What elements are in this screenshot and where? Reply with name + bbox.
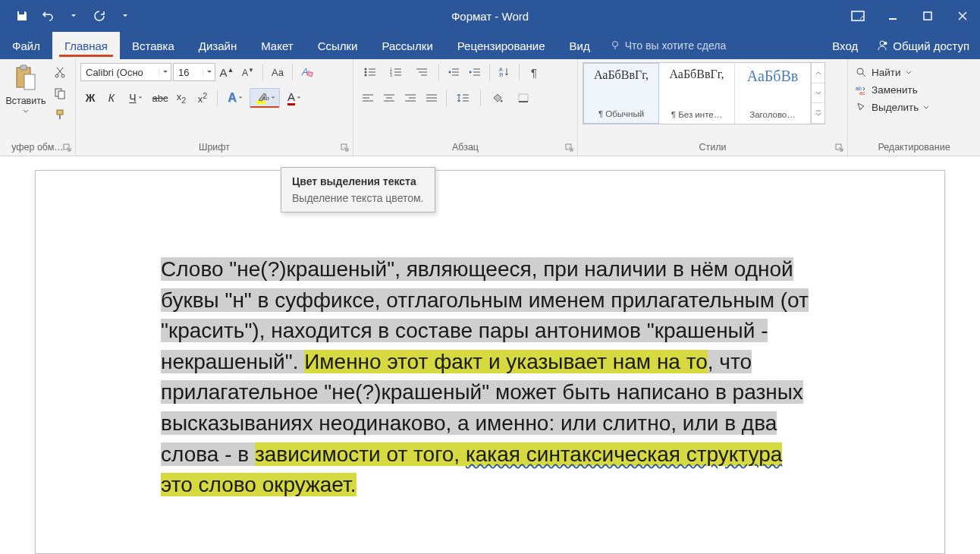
copy-button[interactable]	[50, 83, 70, 103]
font-launcher[interactable]	[341, 143, 350, 153]
replace-button[interactable]: abac Заменить	[853, 83, 921, 97]
style-preview: АаБбВвГг,	[669, 68, 724, 81]
tab-design[interactable]: Дизайн	[187, 32, 249, 59]
quick-access-toolbar	[0, 5, 137, 27]
find-button[interactable]: Найти	[853, 65, 915, 80]
paste-icon	[14, 64, 38, 93]
tab-review[interactable]: Рецензирование	[445, 32, 558, 59]
tab-layout[interactable]: Макет	[249, 32, 305, 59]
group-clipboard-label: уфер обм…	[5, 140, 71, 154]
svg-text:A: A	[499, 67, 503, 72]
maximize-icon[interactable]	[910, 0, 945, 32]
select-button[interactable]: Выделить	[853, 100, 932, 115]
group-styles-label: Стили	[583, 140, 843, 154]
svg-text:ac: ac	[859, 90, 865, 96]
style-heading1[interactable]: АаБбВв Заголово…	[735, 63, 811, 124]
style-nospacing[interactable]: АаБбВвГг, ¶ Без инте…	[659, 63, 735, 124]
cut-icon	[54, 66, 66, 78]
font-family-value: Calibri (Осно	[81, 67, 159, 78]
undo-more-icon[interactable]	[62, 5, 85, 27]
gallery-up-icon[interactable]	[812, 63, 825, 83]
share-label: Общий доступ	[893, 39, 969, 52]
minimize-icon[interactable]	[875, 0, 910, 32]
tab-home[interactable]: Главная	[52, 32, 120, 59]
style-preview: АаБбВв	[747, 68, 799, 85]
find-label: Найти	[872, 67, 901, 78]
close-icon[interactable]	[945, 0, 980, 32]
group-paragraph: 123 AЯ ¶ Абзац	[353, 59, 578, 156]
paragraph-launcher[interactable]	[565, 143, 574, 153]
increase-indent-button[interactable]	[465, 62, 485, 82]
bullets-button[interactable]	[358, 62, 382, 82]
cut-button[interactable]	[50, 62, 70, 82]
sort-button[interactable]: AЯ	[495, 62, 514, 82]
font-size-combo[interactable]: 16	[173, 63, 215, 81]
svg-text:3: 3	[390, 73, 392, 77]
format-painter-button[interactable]	[50, 105, 70, 124]
gallery-more-icon[interactable]	[812, 103, 825, 124]
group-styles: АаБбВвГг, ¶ Обычный АаБбВвГг, ¶ Без инте…	[578, 59, 848, 156]
bold-button[interactable]: Ж	[80, 88, 100, 108]
tab-file[interactable]: Файл	[0, 32, 52, 59]
group-font-label: Шрифт	[80, 140, 348, 154]
chevron-down-icon	[23, 109, 29, 113]
replace-icon: abac	[856, 84, 867, 96]
line-spacing-button[interactable]	[451, 88, 476, 108]
redo-icon[interactable]	[88, 5, 111, 27]
qat-customize-icon[interactable]	[114, 5, 137, 27]
svg-point-5	[612, 42, 617, 47]
tab-mailings[interactable]: Рассылки	[369, 32, 444, 59]
styles-launcher[interactable]	[835, 143, 844, 153]
show-marks-button[interactable]: ¶	[524, 62, 544, 82]
gallery-down-icon[interactable]	[812, 83, 825, 104]
multilevel-list-button[interactable]	[410, 62, 434, 82]
style-normal[interactable]: АаБбВвГг, ¶ Обычный	[583, 63, 659, 124]
window-controls	[840, 0, 980, 32]
clear-formatting-button[interactable]: A	[297, 62, 317, 82]
borders-button[interactable]	[511, 88, 536, 108]
shading-button[interactable]	[485, 88, 510, 108]
font-family-combo[interactable]: Calibri (Осно	[80, 63, 171, 81]
superscript-button[interactable]: x2	[193, 88, 212, 108]
shrink-font-button[interactable]: A▼	[238, 62, 258, 82]
justify-button[interactable]	[422, 88, 441, 108]
sign-in-link[interactable]: Вход	[825, 39, 865, 52]
align-center-button[interactable]	[379, 88, 399, 108]
cursor-icon	[856, 102, 867, 113]
style-name: ¶ Без инте…	[671, 110, 722, 119]
paste-button[interactable]: Вставить	[5, 62, 47, 115]
svg-rect-11	[24, 74, 35, 90]
select-label: Выделить	[872, 102, 919, 113]
ribbon-display-icon[interactable]	[840, 0, 875, 32]
text-effects-button[interactable]: A	[222, 88, 248, 108]
text-highlight-button[interactable]: ab	[250, 88, 280, 108]
save-icon[interactable]	[11, 5, 33, 27]
align-right-button[interactable]	[400, 88, 420, 108]
group-paragraph-label: Абзац	[358, 140, 573, 154]
strikethrough-button[interactable]: abc	[150, 88, 170, 108]
document-paragraph[interactable]: Слово "не(?)крашеный", являющееся, при н…	[161, 254, 819, 501]
tab-insert[interactable]: Вставка	[120, 32, 187, 59]
underline-button[interactable]: Ч	[123, 88, 149, 108]
decrease-indent-button[interactable]	[444, 62, 463, 82]
tab-references[interactable]: Ссылки	[306, 32, 370, 59]
numbering-button[interactable]: 123	[384, 62, 408, 82]
subscript-button[interactable]: x2	[171, 88, 191, 108]
undo-icon[interactable]	[36, 5, 59, 27]
tell-me-search[interactable]: Что вы хотите сдела	[602, 32, 734, 59]
grow-font-button[interactable]: A▲	[217, 62, 237, 82]
document-area: Слово "не(?)крашеный", являющееся, при н…	[0, 156, 980, 554]
svg-text:A: A	[301, 66, 309, 77]
svg-rect-10	[20, 65, 27, 70]
share-button[interactable]: Общий доступ	[865, 39, 980, 52]
window-title: Формат - Word	[451, 10, 529, 23]
group-editing-label: Редактирование	[853, 140, 975, 154]
svg-rect-63	[519, 94, 528, 102]
lightbulb-icon	[610, 40, 620, 51]
align-left-button[interactable]	[358, 88, 378, 108]
change-case-button[interactable]: Аа	[268, 62, 287, 82]
tab-view[interactable]: Вид	[558, 32, 602, 59]
font-color-button[interactable]: A	[281, 88, 307, 108]
italic-button[interactable]: К	[102, 88, 121, 108]
clipboard-launcher[interactable]	[63, 143, 72, 153]
